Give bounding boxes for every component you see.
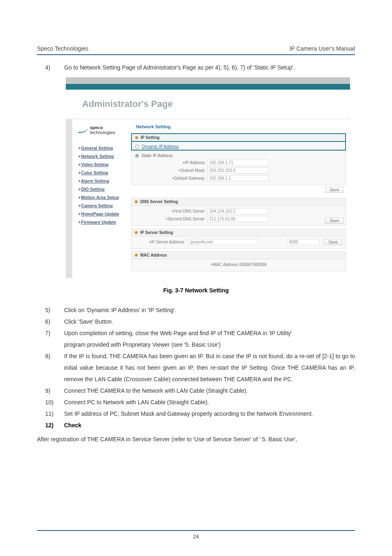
bullet-icon (135, 136, 138, 139)
static-ip-label: Static IP Address (141, 153, 173, 158)
ip-address-input[interactable]: 192.168.1.71 (207, 160, 269, 166)
after-text: After registration of THE CAMERA in Serv… (37, 433, 355, 445)
mac-body: +MAC Address 000697980099 (131, 259, 346, 271)
mac-title-text: MAC Address (140, 253, 167, 257)
nav-dio-setting[interactable]: DIO Setting (78, 185, 125, 193)
admin-title: Administrator's Page (66, 90, 350, 118)
admin-sidebar: speco technologies General Setting Netwo… (72, 119, 129, 278)
step-row: 9)Connect THE CAMERA to the Network with… (45, 385, 355, 396)
mac-box: MAC Address +MAC Address 000697980099 (131, 251, 346, 271)
step-text: Connect THE CAMERA to the Network with L… (64, 385, 355, 396)
logo-bold: speco (90, 125, 103, 130)
ipserver-title-text: IP Server Setting (140, 230, 173, 235)
ip-setting-save-button[interactable]: Save (325, 187, 344, 193)
dns-save-button[interactable]: Save (325, 218, 344, 224)
step-number: 10) (45, 396, 57, 408)
page-number: 24 (37, 533, 355, 540)
dynamic-ip-row[interactable]: Dynamic IP Address (135, 144, 342, 150)
step-text: Set IP address of PC, Subnet Mask and Ga… (64, 408, 355, 419)
gateway-input[interactable]: 192.168.1.1 (207, 175, 269, 181)
step-number: 6) (45, 316, 57, 327)
section-header: Network Setting (129, 123, 346, 133)
dns-box: DNS Server Setting +First DNS Server 164… (131, 198, 346, 226)
mac-row: +MAC Address 000697980099 (135, 261, 342, 269)
ipserver-host-input[interactable]: ipcam4u.net (188, 239, 258, 245)
nav-motion-area-setup[interactable]: Motion Area Setup (78, 193, 125, 202)
ipserver-port-input[interactable]: 9200 (287, 239, 320, 245)
radio-static[interactable] (135, 154, 139, 158)
step-row: 11)Set IP address of PC, Subnet Mask and… (45, 408, 355, 419)
nav-firmware-update[interactable]: Firmware Update (78, 218, 125, 226)
footer-rule (37, 530, 355, 531)
dns-first-input[interactable]: 164.124.101.2 (207, 208, 269, 214)
step-text: Go to Network Setting Page of Administra… (64, 62, 355, 73)
mac-label: +MAC Address (210, 262, 238, 267)
ip-setting-box: IP Setting Dynamic IP Address Static IP … (131, 133, 346, 195)
bullet-icon (135, 231, 138, 234)
step-row: 8)If the IP is found, THE CAMERA has bee… (45, 350, 355, 385)
step-row: 7)Upon completion of setting, close the … (45, 327, 355, 339)
subnet-mask-row: +Subnet Mask 255.255.255.0 (135, 167, 342, 174)
admin-page-screenshot: Administrator's Page speco technologies … (66, 77, 350, 278)
step-row: 10)Connect PC to Network with LAN Cable … (45, 396, 355, 408)
page: Speco Technologies IP Camera User's Manu… (0, 0, 392, 556)
mac-title: MAC Address (131, 251, 346, 259)
nav-camera-setting[interactable]: Camera Setting (78, 202, 125, 210)
side-gray-strip (66, 119, 72, 278)
admin-main: Network Setting IP Setting Dynamic IP Ad… (129, 119, 350, 278)
subnet-mask-label: +Subnet Mask (135, 168, 205, 173)
step-number: 7) (45, 327, 57, 339)
header-left: Speco Technologies (37, 45, 88, 52)
step-text: If the IP is found, THE CAMERA has been … (64, 350, 355, 385)
header-right: IP Camera User's Manual (289, 45, 355, 52)
step-text: Check (64, 419, 355, 431)
step-text: Connect PC to Network with LAN Cable (St… (64, 396, 355, 408)
ip-setting-save-row: Save (131, 185, 346, 195)
step-number: 9) (45, 385, 57, 396)
step-number: 5) (45, 304, 57, 316)
logo: speco technologies (78, 125, 125, 135)
gateway-label: +Default Gateway (135, 176, 205, 181)
nav-video-setting[interactable]: Video Setting (78, 160, 125, 169)
logo-swoosh-icon (78, 127, 88, 133)
dns-first-row: +First DNS Server 164.124.101.2 (135, 207, 342, 215)
ipserver-body: +IP Server Address ipcam4u.net 9200 Save (131, 236, 346, 249)
bullet-icon (135, 200, 138, 203)
step-text: Click on 'Dynamic IP Address' in 'IP Set… (64, 304, 355, 316)
ipserver-title: IP Server Setting (131, 229, 346, 236)
step-number: 4) (45, 62, 57, 73)
page-footer: 24 (37, 530, 355, 540)
step-number: 12) (45, 419, 57, 431)
ipserver-label: +IP Server Address (135, 240, 184, 244)
nav-alarm-setting[interactable]: Alarm Setting (78, 177, 125, 185)
dns-second-input[interactable]: 211.175.52.86 (207, 216, 269, 222)
gateway-row: +Default Gateway 192.168.1.1 (135, 174, 342, 182)
dns-first-label: +First DNS Server (135, 209, 205, 213)
mac-value: 000697980099 (239, 262, 267, 267)
subnet-mask-input[interactable]: 255.255.255.0 (207, 167, 269, 174)
ipserver-row: +IP Server Address ipcam4u.net 9200 Save (135, 238, 342, 246)
radio-dynamic[interactable] (135, 145, 139, 149)
ip-setting-title: IP Setting (131, 133, 346, 142)
step-row: 6)Click 'Save' Button. (45, 316, 355, 327)
header-rule (37, 54, 355, 55)
ip-setting-static-body: Static IP Address +IP Address 192.168.1.… (131, 151, 346, 185)
page-header: Speco Technologies IP Camera User's Manu… (37, 45, 355, 54)
step-text: Upon completion of setting, close the We… (64, 327, 355, 339)
step-text: Click 'Save' Button. (64, 316, 355, 327)
step-number: 11) (45, 408, 57, 419)
nav-network-setting[interactable]: Network Setting (78, 152, 125, 160)
admin-grid: speco technologies General Setting Netwo… (66, 119, 350, 278)
teal-bar (66, 84, 350, 90)
dynamic-ip-label[interactable]: Dynamic IP Address (142, 144, 179, 149)
figure-caption: Fig. 3-7 Network Setting (37, 287, 355, 294)
nav-color-setting[interactable]: Color Setting (78, 169, 125, 177)
nav-general-setting[interactable]: General Setting (78, 144, 125, 152)
step-row: 5)Click on 'Dynamic IP Address' in 'IP S… (45, 304, 355, 316)
nav-homepage-update[interactable]: HomePage Update (78, 210, 125, 218)
step-4: 4) Go to Network Setting Page of Adminis… (45, 62, 355, 73)
static-ip-row[interactable]: Static IP Address (135, 153, 342, 159)
logo-rest: technologies (90, 130, 115, 135)
step-continuation: program provided with Proprietary Viewer… (64, 339, 355, 350)
ipserver-save-button[interactable]: Save (324, 239, 342, 245)
